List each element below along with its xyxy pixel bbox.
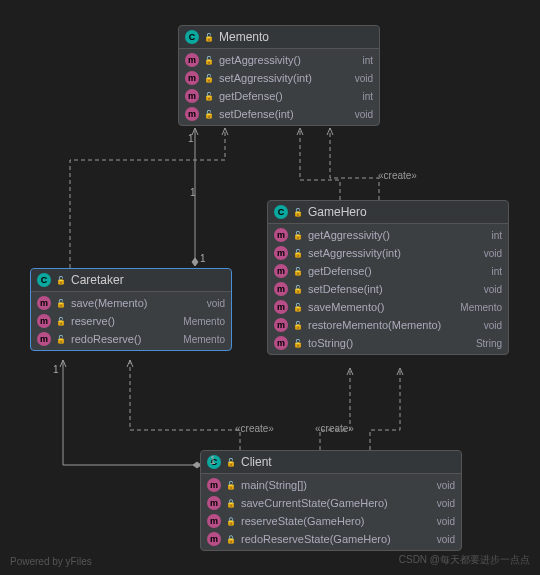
class-name: Caretaker <box>71 273 124 287</box>
lock-icon: 🔒 <box>226 535 236 544</box>
multiplicity: 1 <box>188 133 194 144</box>
class-gamehero[interactable]: C🔓GameHero m🔓getAggressivity()int m🔓setA… <box>267 200 509 355</box>
class-icon: C <box>37 273 51 287</box>
multiplicity: 1 <box>210 455 216 466</box>
class-name: Memento <box>219 30 269 44</box>
unlock-icon: 🔓 <box>204 33 214 42</box>
class-name: GameHero <box>308 205 367 219</box>
lock-icon: 🔒 <box>226 499 236 508</box>
multiplicity: 1 <box>190 187 196 198</box>
watermark-left: Powered by yFiles <box>10 556 92 567</box>
multiplicity: 1 <box>53 364 59 375</box>
method-list: m🔓getAggressivity()int m🔓setAggressivity… <box>179 49 379 125</box>
class-client[interactable]: C🔓Client m🔓main(String[])void m🔒saveCurr… <box>200 450 462 551</box>
class-caretaker[interactable]: C🔓Caretaker m🔓save(Memento)void m🔓reserv… <box>30 268 232 351</box>
stereotype-label: «create» <box>315 423 354 434</box>
class-icon: C <box>185 30 199 44</box>
method-icon: m <box>185 53 199 67</box>
class-memento[interactable]: C🔓Memento m🔓getAggressivity()int m🔓setAg… <box>178 25 380 126</box>
lock-icon: 🔒 <box>226 517 236 526</box>
multiplicity: 1 <box>200 253 206 264</box>
stereotype-label: «create» <box>235 423 274 434</box>
class-icon: C <box>274 205 288 219</box>
class-name: Client <box>241 455 272 469</box>
watermark-right: CSDN @每天都要进步一点点 <box>399 553 530 567</box>
stereotype-label: «create» <box>378 170 417 181</box>
